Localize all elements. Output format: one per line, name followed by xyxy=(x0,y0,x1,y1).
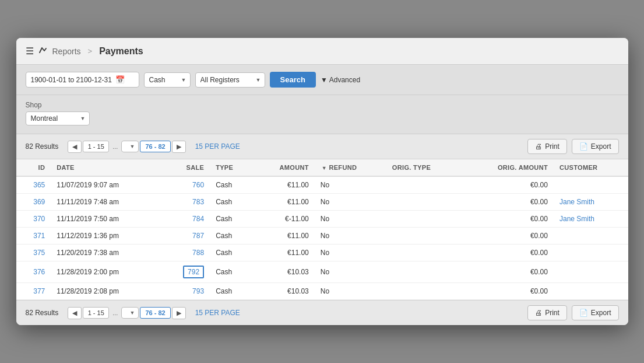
payment-type-select[interactable]: Cash Card All xyxy=(144,72,191,88)
id-link[interactable]: 376 xyxy=(33,268,45,276)
sale-link[interactable]: 793 xyxy=(192,287,204,295)
col-id[interactable]: ID xyxy=(16,159,51,176)
cell-type: Cash xyxy=(210,261,254,283)
pager-bottom: ◀ 1 - 15 ... 76 - 82 ▶ xyxy=(68,307,185,319)
cell-refund: No xyxy=(315,261,386,283)
cell-orig-amount: €0.00 xyxy=(462,211,554,228)
cell-type: Cash xyxy=(210,283,254,300)
cell-refund: No xyxy=(315,245,386,261)
table-row: 377 11/28/2019 2:08 pm 793 Cash €10.03 N… xyxy=(16,283,628,300)
cell-id: 375 xyxy=(16,245,51,261)
cell-orig-type xyxy=(386,211,462,228)
shop-wrapper: Montreal xyxy=(26,111,90,125)
sale-link[interactable]: 784 xyxy=(192,215,204,223)
cell-date: 11/20/2019 7:38 am xyxy=(51,245,161,261)
id-link[interactable]: 371 xyxy=(33,232,45,240)
cell-customer xyxy=(554,283,628,300)
id-link[interactable]: 375 xyxy=(33,249,45,257)
pager-dropdown-top[interactable] xyxy=(121,141,139,152)
date-range-input[interactable]: 1900-01-01 to 2100-12-31 📅 xyxy=(26,72,139,88)
pager-prev-top[interactable]: ◀ xyxy=(68,141,82,153)
print-icon-top: 🖨 xyxy=(535,142,542,151)
search-button[interactable]: Search xyxy=(270,72,316,88)
cell-date: 11/11/2019 7:48 am xyxy=(51,194,161,211)
sale-link-highlighted[interactable]: 792 xyxy=(183,266,204,278)
payments-table: ID DATE SALE TYPE AMOUNT ▼ REFUND ORIG. … xyxy=(16,159,628,300)
col-sale[interactable]: SALE xyxy=(161,159,210,176)
breadcrumb-separator: > xyxy=(88,47,93,55)
pager-prev-bottom[interactable]: ◀ xyxy=(68,307,82,319)
cell-sale: 783 xyxy=(161,194,210,211)
pager-next-bottom[interactable]: ▶ xyxy=(172,307,186,319)
print-button-bottom[interactable]: 🖨 Print xyxy=(527,305,567,320)
cell-amount: €10.03 xyxy=(254,261,315,283)
data-table-container: ID DATE SALE TYPE AMOUNT ▼ REFUND ORIG. … xyxy=(16,159,628,300)
pager-first-page-bottom: 1 - 15 xyxy=(83,307,109,319)
customer-link[interactable]: Jane Smith xyxy=(559,198,594,206)
cell-refund: No xyxy=(315,194,386,211)
payment-type-wrapper: Cash Card All xyxy=(144,72,191,88)
col-orig-amount[interactable]: ORIG. AMOUNT xyxy=(462,159,554,176)
sale-link[interactable]: 760 xyxy=(192,181,204,189)
sale-link[interactable]: 783 xyxy=(192,198,204,206)
per-page-bottom[interactable]: 15 PER PAGE xyxy=(195,309,240,317)
cell-refund: No xyxy=(315,211,386,228)
cell-id: 370 xyxy=(16,211,51,228)
cell-customer xyxy=(554,245,628,261)
advanced-button[interactable]: ▼ Advanced xyxy=(321,76,360,84)
customer-link[interactable]: Jane Smith xyxy=(559,215,594,223)
refund-sort-icon: ▼ xyxy=(322,165,327,171)
id-link[interactable]: 370 xyxy=(33,215,45,223)
cell-amount: €11.00 xyxy=(254,194,315,211)
per-page-top[interactable]: 15 PER PAGE xyxy=(195,142,240,151)
table-row: 365 11/07/2019 9:07 am 760 Cash €11.00 N… xyxy=(16,176,628,194)
logo-icon xyxy=(38,46,48,57)
print-button-top[interactable]: 🖨 Print xyxy=(527,139,567,154)
export-button-bottom[interactable]: 📄 Export xyxy=(572,305,619,320)
table-row: 371 11/12/2019 1:36 pm 787 Cash €11.00 N… xyxy=(16,228,628,245)
table-row: 376 11/28/2019 2:00 pm 792 Cash €10.03 N… xyxy=(16,261,628,283)
cell-orig-type xyxy=(386,245,462,261)
cell-orig-amount: €0.00 xyxy=(462,228,554,245)
col-type[interactable]: TYPE xyxy=(210,159,254,176)
cell-date: 11/12/2019 1:36 pm xyxy=(51,228,161,245)
cell-id: 371 xyxy=(16,228,51,245)
id-link[interactable]: 369 xyxy=(33,198,45,206)
registers-wrapper: All Registers xyxy=(195,72,265,88)
cell-amount: €11.00 xyxy=(254,176,315,194)
col-orig-type[interactable]: ORIG. TYPE xyxy=(386,159,462,176)
id-link[interactable]: 365 xyxy=(33,181,45,189)
breadcrumb-reports[interactable]: Reports xyxy=(52,47,81,56)
cell-sale: 792 xyxy=(161,261,210,283)
pager-next-top[interactable]: ▶ xyxy=(172,141,186,153)
id-link[interactable]: 377 xyxy=(33,287,45,295)
pager-dropdown-wrapper-top xyxy=(121,141,139,152)
cell-date: 11/11/2019 7:50 am xyxy=(51,211,161,228)
cell-customer: Jane Smith xyxy=(554,194,628,211)
col-customer[interactable]: CUSTOMER xyxy=(554,159,628,176)
cell-amount: €11.00 xyxy=(254,228,315,245)
pager-dropdown-bottom[interactable] xyxy=(121,307,139,319)
col-refund[interactable]: ▼ REFUND xyxy=(315,159,386,176)
cell-customer: Jane Smith xyxy=(554,211,628,228)
col-date[interactable]: DATE xyxy=(51,159,161,176)
export-button-top[interactable]: 📄 Export xyxy=(572,139,619,154)
menu-icon[interactable]: ☰ xyxy=(26,46,34,57)
cell-amount: €11.00 xyxy=(254,245,315,261)
advanced-icon: ▼ xyxy=(321,76,328,84)
cell-sale: 787 xyxy=(161,228,210,245)
cell-refund: No xyxy=(315,176,386,194)
cell-amount: €10.03 xyxy=(254,283,315,300)
shop-select[interactable]: Montreal xyxy=(26,111,90,125)
sale-link[interactable]: 788 xyxy=(192,249,204,257)
registers-select[interactable]: All Registers xyxy=(195,72,265,88)
col-amount[interactable]: AMOUNT xyxy=(254,159,315,176)
cell-orig-type xyxy=(386,228,462,245)
cell-customer xyxy=(554,228,628,245)
cell-date: 11/28/2019 2:08 pm xyxy=(51,283,161,300)
results-count-bottom: 82 Results xyxy=(26,309,59,317)
cell-type: Cash xyxy=(210,194,254,211)
shop-label: Shop xyxy=(26,101,619,109)
sale-link[interactable]: 787 xyxy=(192,232,204,240)
export-label-bottom: Export xyxy=(591,309,611,317)
